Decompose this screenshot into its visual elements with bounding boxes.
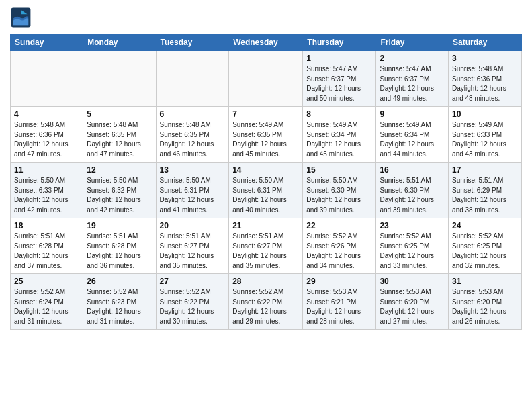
day-number: 1: [306, 54, 372, 63]
day-info: Sunrise: 5:51 AM Sunset: 6:28 PM Dayligh…: [14, 232, 79, 271]
calendar-cell: 28Sunrise: 5:52 AM Sunset: 6:22 PM Dayli…: [229, 274, 303, 330]
calendar-body: 1Sunrise: 5:47 AM Sunset: 6:37 PM Daylig…: [11, 51, 522, 330]
calendar-week-3: 11Sunrise: 5:50 AM Sunset: 6:33 PM Dayli…: [11, 163, 522, 218]
day-info: Sunrise: 5:50 AM Sunset: 6:30 PM Dayligh…: [306, 176, 372, 215]
calendar-cell: 17Sunrise: 5:51 AM Sunset: 6:29 PM Dayli…: [449, 163, 522, 218]
day-number: 15: [306, 165, 372, 175]
calendar-cell: 11Sunrise: 5:50 AM Sunset: 6:33 PM Dayli…: [11, 163, 83, 218]
day-number: 20: [160, 221, 226, 230]
calendar-cell: 18Sunrise: 5:51 AM Sunset: 6:28 PM Dayli…: [11, 218, 83, 274]
day-number: 28: [232, 277, 299, 286]
day-info: Sunrise: 5:48 AM Sunset: 6:35 PM Dayligh…: [160, 120, 226, 159]
day-info: Sunrise: 5:48 AM Sunset: 6:36 PM Dayligh…: [14, 120, 79, 159]
day-number: 18: [14, 221, 79, 230]
day-header-saturday: Saturday: [449, 34, 522, 51]
day-number: 16: [380, 165, 445, 175]
calendar-cell: 4Sunrise: 5:48 AM Sunset: 6:36 PM Daylig…: [11, 107, 83, 163]
day-info: Sunrise: 5:51 AM Sunset: 6:29 PM Dayligh…: [452, 176, 518, 215]
day-number: 23: [380, 221, 445, 230]
day-number: 22: [306, 221, 372, 230]
day-info: Sunrise: 5:51 AM Sunset: 6:30 PM Dayligh…: [380, 176, 445, 215]
calendar-cell: 10Sunrise: 5:49 AM Sunset: 6:33 PM Dayli…: [449, 107, 522, 163]
day-info: Sunrise: 5:52 AM Sunset: 6:26 PM Dayligh…: [306, 232, 372, 271]
calendar-cell: [156, 51, 229, 107]
day-header-wednesday: Wednesday: [229, 34, 303, 51]
day-number: 30: [380, 277, 445, 286]
calendar-cell: 16Sunrise: 5:51 AM Sunset: 6:30 PM Dayli…: [376, 163, 449, 218]
day-number: 9: [380, 109, 445, 119]
day-number: 24: [452, 221, 518, 230]
calendar-week-2: 4Sunrise: 5:48 AM Sunset: 6:36 PM Daylig…: [11, 107, 522, 163]
day-number: 21: [232, 221, 299, 230]
day-info: Sunrise: 5:50 AM Sunset: 6:32 PM Dayligh…: [87, 176, 152, 215]
day-number: 7: [232, 109, 299, 119]
day-info: Sunrise: 5:49 AM Sunset: 6:34 PM Dayligh…: [380, 120, 445, 159]
day-header-thursday: Thursday: [303, 34, 376, 51]
day-info: Sunrise: 5:52 AM Sunset: 6:23 PM Dayligh…: [87, 287, 152, 326]
day-info: Sunrise: 5:51 AM Sunset: 6:28 PM Dayligh…: [87, 232, 152, 271]
day-number: 5: [87, 109, 152, 119]
calendar-cell: [229, 51, 303, 107]
calendar-cell: [11, 51, 83, 107]
calendar-week-1: 1Sunrise: 5:47 AM Sunset: 6:37 PM Daylig…: [11, 51, 522, 107]
day-info: Sunrise: 5:52 AM Sunset: 6:25 PM Dayligh…: [452, 232, 518, 271]
calendar-cell: 20Sunrise: 5:51 AM Sunset: 6:27 PM Dayli…: [156, 218, 229, 274]
day-info: Sunrise: 5:47 AM Sunset: 6:37 PM Dayligh…: [306, 64, 372, 103]
day-info: Sunrise: 5:51 AM Sunset: 6:27 PM Dayligh…: [160, 232, 226, 271]
day-number: 17: [452, 165, 518, 175]
day-number: 3: [452, 54, 518, 63]
day-number: 8: [306, 109, 372, 119]
day-info: Sunrise: 5:49 AM Sunset: 6:34 PM Dayligh…: [306, 120, 372, 159]
calendar-cell: 27Sunrise: 5:52 AM Sunset: 6:22 PM Dayli…: [156, 274, 229, 330]
day-header-monday: Monday: [83, 34, 156, 51]
calendar-table: SundayMondayTuesdayWednesdayThursdayFrid…: [10, 34, 522, 330]
day-number: 12: [87, 165, 152, 175]
day-number: 6: [160, 109, 226, 119]
calendar-cell: 2Sunrise: 5:47 AM Sunset: 6:37 PM Daylig…: [376, 51, 449, 107]
day-info: Sunrise: 5:52 AM Sunset: 6:25 PM Dayligh…: [380, 232, 445, 271]
day-number: 2: [380, 54, 445, 63]
calendar-cell: 30Sunrise: 5:53 AM Sunset: 6:20 PM Dayli…: [376, 274, 449, 330]
calendar-cell: [83, 51, 156, 107]
calendar-cell: 6Sunrise: 5:48 AM Sunset: 6:35 PM Daylig…: [156, 107, 229, 163]
logo: [10, 7, 34, 28]
day-info: Sunrise: 5:50 AM Sunset: 6:31 PM Dayligh…: [160, 176, 226, 215]
day-number: 4: [14, 109, 79, 119]
day-info: Sunrise: 5:52 AM Sunset: 6:22 PM Dayligh…: [160, 287, 226, 326]
page: SundayMondayTuesdayWednesdayThursdayFrid…: [0, 0, 532, 411]
calendar-cell: 25Sunrise: 5:52 AM Sunset: 6:24 PM Dayli…: [11, 274, 83, 330]
day-number: 10: [452, 109, 518, 119]
day-info: Sunrise: 5:50 AM Sunset: 6:31 PM Dayligh…: [232, 176, 299, 215]
calendar-cell: 12Sunrise: 5:50 AM Sunset: 6:32 PM Dayli…: [83, 163, 156, 218]
calendar-cell: 1Sunrise: 5:47 AM Sunset: 6:37 PM Daylig…: [303, 51, 376, 107]
calendar-cell: 26Sunrise: 5:52 AM Sunset: 6:23 PM Dayli…: [83, 274, 156, 330]
calendar-cell: 24Sunrise: 5:52 AM Sunset: 6:25 PM Dayli…: [449, 218, 522, 274]
day-number: 26: [87, 277, 152, 286]
calendar-cell: 21Sunrise: 5:51 AM Sunset: 6:27 PM Dayli…: [229, 218, 303, 274]
header-row: SundayMondayTuesdayWednesdayThursdayFrid…: [11, 34, 522, 51]
day-info: Sunrise: 5:50 AM Sunset: 6:33 PM Dayligh…: [14, 176, 79, 215]
calendar-cell: 31Sunrise: 5:53 AM Sunset: 6:20 PM Dayli…: [449, 274, 522, 330]
calendar-cell: 3Sunrise: 5:48 AM Sunset: 6:36 PM Daylig…: [449, 51, 522, 107]
calendar-cell: 13Sunrise: 5:50 AM Sunset: 6:31 PM Dayli…: [156, 163, 229, 218]
calendar-cell: 23Sunrise: 5:52 AM Sunset: 6:25 PM Dayli…: [376, 218, 449, 274]
day-info: Sunrise: 5:51 AM Sunset: 6:27 PM Dayligh…: [232, 232, 299, 271]
day-info: Sunrise: 5:49 AM Sunset: 6:33 PM Dayligh…: [452, 120, 518, 159]
calendar-cell: 14Sunrise: 5:50 AM Sunset: 6:31 PM Dayli…: [229, 163, 303, 218]
day-header-tuesday: Tuesday: [156, 34, 229, 51]
day-number: 31: [452, 277, 518, 286]
calendar-cell: 22Sunrise: 5:52 AM Sunset: 6:26 PM Dayli…: [303, 218, 376, 274]
day-number: 14: [232, 165, 299, 175]
day-number: 25: [14, 277, 79, 286]
day-number: 29: [306, 277, 372, 286]
day-info: Sunrise: 5:49 AM Sunset: 6:35 PM Dayligh…: [232, 120, 299, 159]
calendar-cell: 5Sunrise: 5:48 AM Sunset: 6:35 PM Daylig…: [83, 107, 156, 163]
day-info: Sunrise: 5:48 AM Sunset: 6:35 PM Dayligh…: [87, 120, 152, 159]
day-info: Sunrise: 5:53 AM Sunset: 6:20 PM Dayligh…: [380, 287, 445, 326]
day-number: 13: [160, 165, 226, 175]
day-number: 19: [87, 221, 152, 230]
calendar-week-5: 25Sunrise: 5:52 AM Sunset: 6:24 PM Dayli…: [11, 274, 522, 330]
day-number: 27: [160, 277, 226, 286]
calendar-cell: 29Sunrise: 5:53 AM Sunset: 6:21 PM Dayli…: [303, 274, 376, 330]
day-header-sunday: Sunday: [11, 34, 83, 51]
